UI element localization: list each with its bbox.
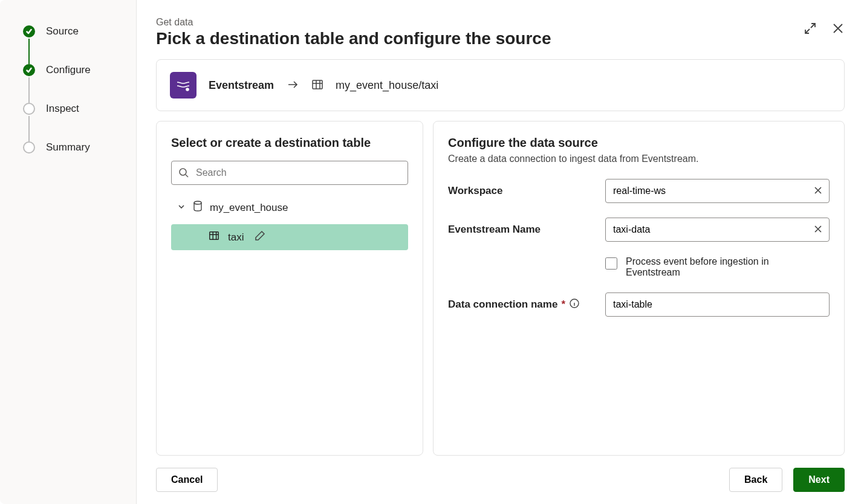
panel-subtitle: Create a data connection to ingest data … bbox=[448, 153, 830, 164]
connection-input[interactable] bbox=[605, 292, 830, 317]
panel-title: Select or create a destination table bbox=[171, 136, 408, 150]
search-input[interactable] bbox=[171, 161, 408, 185]
workspace-input[interactable] bbox=[605, 179, 830, 203]
circle-icon bbox=[23, 103, 35, 115]
step-connector bbox=[28, 116, 30, 141]
step-source[interactable]: Source bbox=[23, 25, 136, 37]
workspace-label: Workspace bbox=[448, 185, 593, 197]
database-name: my_event_house bbox=[210, 202, 288, 214]
panel-title: Configure the data source bbox=[448, 136, 830, 150]
clear-icon[interactable] bbox=[813, 224, 823, 236]
check-icon bbox=[23, 64, 35, 76]
info-icon[interactable] bbox=[569, 298, 580, 312]
database-tree-item[interactable]: my_event_house bbox=[171, 197, 408, 218]
connection-label-text: Data connection name bbox=[448, 299, 557, 311]
clear-icon[interactable] bbox=[813, 185, 823, 198]
svg-point-0 bbox=[186, 88, 189, 91]
expand-icon[interactable] bbox=[804, 22, 817, 37]
svg-point-3 bbox=[194, 201, 201, 204]
eventstream-input[interactable] bbox=[605, 218, 830, 242]
dialog-content: Get data Pick a destination table and co… bbox=[137, 0, 864, 504]
connection-row: Data connection name * bbox=[448, 292, 830, 317]
back-button[interactable]: Back bbox=[729, 468, 782, 492]
destination-table-panel: Select or create a destination table my_… bbox=[156, 121, 423, 456]
next-button[interactable]: Next bbox=[793, 468, 845, 492]
svg-rect-1 bbox=[313, 80, 322, 89]
check-icon bbox=[23, 25, 35, 37]
step-label: Summary bbox=[46, 141, 90, 153]
step-connector bbox=[28, 77, 30, 103]
arrow-right-icon bbox=[286, 78, 299, 93]
configure-source-panel: Configure the data source Create a data … bbox=[433, 121, 845, 456]
source-label: Eventstream bbox=[209, 79, 274, 92]
table-icon bbox=[311, 79, 323, 92]
destination-path: my_event_house/taxi bbox=[336, 79, 438, 92]
dialog-header: Get data Pick a destination table and co… bbox=[156, 17, 845, 48]
eventstream-icon bbox=[170, 72, 197, 99]
step-configure[interactable]: Configure bbox=[23, 64, 136, 76]
wizard-stepper: Source Configure Inspect Summary bbox=[0, 0, 137, 504]
svg-rect-4 bbox=[210, 232, 218, 240]
get-data-dialog: Source Configure Inspect Summary Get dat… bbox=[0, 0, 864, 504]
dialog-title: Pick a destination table and configure t… bbox=[156, 29, 551, 48]
table-tree-item-selected[interactable]: taxi bbox=[171, 224, 408, 250]
database-icon bbox=[193, 201, 203, 215]
eventstream-row: Eventstream Name bbox=[448, 218, 830, 242]
dialog-subtitle: Get data bbox=[156, 17, 551, 28]
search-box bbox=[171, 161, 408, 185]
eventstream-label: Eventstream Name bbox=[448, 224, 593, 236]
close-icon[interactable] bbox=[831, 22, 845, 37]
search-icon bbox=[178, 167, 189, 180]
workspace-row: Workspace bbox=[448, 179, 830, 203]
step-label: Inspect bbox=[46, 103, 79, 115]
process-event-checkbox[interactable] bbox=[605, 257, 617, 270]
svg-point-2 bbox=[180, 169, 186, 175]
chevron-down-icon bbox=[177, 202, 186, 214]
body-columns: Select or create a destination table my_… bbox=[156, 121, 845, 456]
table-name: taxi bbox=[228, 231, 244, 244]
connection-label: Data connection name * bbox=[448, 298, 593, 312]
circle-icon bbox=[23, 141, 35, 153]
required-asterisk: * bbox=[561, 299, 565, 311]
table-icon bbox=[209, 230, 219, 244]
step-label: Source bbox=[46, 25, 79, 37]
step-label: Configure bbox=[46, 64, 91, 76]
cancel-button[interactable]: Cancel bbox=[156, 468, 218, 492]
source-destination-card: Eventstream my_event_house/taxi bbox=[156, 59, 845, 111]
process-event-label[interactable]: Process event before ingestion in Events… bbox=[626, 256, 807, 278]
step-inspect[interactable]: Inspect bbox=[23, 103, 136, 115]
process-event-row: Process event before ingestion in Events… bbox=[605, 256, 830, 278]
edit-icon[interactable] bbox=[255, 230, 265, 244]
dialog-footer: Cancel Back Next bbox=[156, 456, 845, 504]
step-connector bbox=[28, 39, 30, 64]
step-summary[interactable]: Summary bbox=[23, 141, 136, 153]
